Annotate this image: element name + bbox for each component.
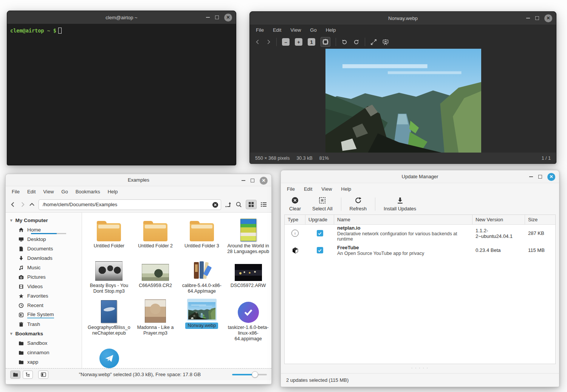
list-view-icon[interactable]: [260, 202, 267, 207]
sidebar-item-xapp[interactable]: xapp: [6, 357, 82, 367]
file-item[interactable]: calibre-5.44.0-x86-64.AppImage: [179, 260, 225, 294]
upgrade-checkbox[interactable]: [317, 247, 323, 253]
menu-edit[interactable]: Edit: [27, 189, 36, 194]
sidebar-item-desktop[interactable]: Desktop: [6, 235, 82, 244]
rotate-left-icon[interactable]: [341, 39, 348, 45]
file-item[interactable]: Beasty Boys - You Dont Stop.mp3: [86, 260, 132, 294]
column-name[interactable]: Name: [334, 215, 472, 224]
update-row-netplan[interactable]: ↑ netplan.io Declarative network configu…: [285, 225, 555, 242]
sidebar-item-downloads[interactable]: Downloads: [6, 253, 82, 263]
expander-icon[interactable]: ▾: [10, 218, 12, 223]
file-item-selected[interactable]: Norway.webp: [179, 299, 225, 342]
close-button[interactable]: ✕: [260, 177, 268, 185]
zoom-slider-knob[interactable]: [252, 371, 258, 378]
sidebar-item-cinnamon[interactable]: cinnamon: [6, 348, 82, 357]
sidebar-section-my-computer[interactable]: ▾ My Computer: [6, 216, 82, 225]
menu-help[interactable]: Help: [341, 186, 351, 192]
clear-button[interactable]: Clear: [285, 196, 305, 212]
sidebar-item-videos[interactable]: Videos: [6, 282, 82, 291]
zoom-slider[interactable]: [232, 374, 267, 375]
viewer-titlebar[interactable]: Norway.webp ✕: [250, 12, 556, 25]
terminal-titlebar[interactable]: clem@airtop ~ ✕: [7, 11, 236, 24]
minimize-button[interactable]: [529, 176, 533, 177]
minimize-button[interactable]: [526, 18, 530, 19]
sidebar-item-sandbox[interactable]: Sandbox: [6, 338, 82, 348]
update-row-freetube[interactable]: FreeTube An Open Source YouTube app for …: [285, 242, 555, 259]
maximize-button[interactable]: [251, 179, 254, 182]
up-icon[interactable]: [29, 202, 35, 207]
sidebar-item-trash[interactable]: Trash: [6, 319, 82, 329]
column-upgrade[interactable]: Upgrade: [305, 215, 334, 224]
zoom-out-icon[interactable]: –: [282, 38, 290, 46]
sidebar-item-pictures[interactable]: Pictures: [6, 272, 82, 282]
select-all-button[interactable]: Select All: [308, 196, 337, 212]
sidebar-item-favorites[interactable]: Favorites: [6, 291, 82, 301]
column-new-version[interactable]: New Version: [472, 215, 525, 224]
minimize-button[interactable]: [206, 17, 210, 18]
upgrade-checkbox[interactable]: [317, 230, 323, 236]
menu-view[interactable]: View: [43, 189, 54, 194]
install-updates-button[interactable]: Install Updates: [379, 196, 421, 212]
close-button[interactable]: ✕: [547, 173, 555, 181]
file-item[interactable]: GeographyofBliss_oneChapter.epub: [86, 299, 132, 342]
column-size[interactable]: Size: [525, 215, 555, 224]
sidebar-item-file-system[interactable]: File System: [6, 310, 82, 319]
files-titlebar[interactable]: Examples ✕: [6, 174, 271, 186]
maximize-button[interactable]: [535, 16, 539, 20]
pane-resize-handle[interactable]: · · · · ·: [281, 366, 559, 370]
menu-bookmarks[interactable]: Bookmarks: [76, 189, 100, 194]
file-item[interactable]: Untitled Folder: [86, 218, 132, 255]
previous-image-icon[interactable]: [255, 39, 260, 45]
menu-view[interactable]: View: [321, 186, 332, 192]
file-item[interactable]: Around the World in 28 Languages.epub: [225, 218, 271, 255]
menu-help[interactable]: Help: [326, 27, 336, 33]
file-item[interactable]: Untitled Folder 3: [179, 218, 225, 255]
maximize-button[interactable]: [215, 15, 219, 19]
clear-entry-icon[interactable]: [212, 202, 218, 208]
minimize-button[interactable]: [242, 180, 245, 181]
hide-sidebar-button[interactable]: [38, 370, 48, 379]
column-type[interactable]: Type: [285, 215, 305, 224]
refresh-button[interactable]: Refresh: [345, 196, 372, 212]
location-entry[interactable]: [39, 199, 221, 210]
menu-file[interactable]: File: [256, 27, 264, 33]
menu-file[interactable]: File: [12, 189, 20, 194]
file-item[interactable]: taskizer-1.6.0-beta-linux-x86-64.appimag…: [225, 299, 271, 342]
close-button[interactable]: ✕: [224, 14, 232, 22]
grid-view-button[interactable]: [246, 200, 257, 209]
file-item[interactable]: DSC05972.ARW: [225, 260, 271, 294]
menu-view[interactable]: View: [290, 27, 301, 33]
menu-edit[interactable]: Edit: [273, 27, 281, 33]
maximize-button[interactable]: [538, 175, 542, 179]
terminal-screen[interactable]: clem@airtop ~ $: [7, 24, 236, 165]
slideshow-icon[interactable]: [382, 39, 389, 45]
file-item[interactable]: Untitled Folder 2: [132, 218, 179, 255]
fullscreen-icon[interactable]: [370, 39, 377, 45]
back-icon[interactable]: [10, 202, 16, 207]
menu-help[interactable]: Help: [108, 189, 118, 194]
sidebar-item-recent[interactable]: Recent: [6, 301, 82, 310]
expander-icon[interactable]: ▾: [10, 331, 12, 336]
files-content[interactable]: Untitled Folder Untitled Folder 2 Untitl…: [82, 213, 271, 380]
menu-go[interactable]: Go: [310, 27, 316, 33]
sidebar-item-documents[interactable]: Documents: [6, 244, 82, 253]
close-button[interactable]: ✕: [544, 14, 552, 22]
rotate-right-icon[interactable]: [353, 39, 359, 45]
menu-go[interactable]: Go: [61, 189, 68, 194]
menu-edit[interactable]: Edit: [304, 186, 312, 192]
sidebar-item-music[interactable]: Music: [6, 263, 82, 272]
search-icon[interactable]: [235, 201, 242, 208]
menu-file[interactable]: File: [287, 186, 295, 192]
updates-titlebar[interactable]: Update Manager ✕: [281, 170, 559, 183]
file-item[interactable]: C66A5959.CR2: [132, 260, 179, 294]
sidebar-section-bookmarks[interactable]: ▾ Bookmarks: [6, 329, 82, 338]
next-image-icon[interactable]: [266, 39, 271, 45]
forward-icon[interactable]: [20, 202, 25, 207]
show-treeview-button[interactable]: [23, 370, 33, 379]
viewer-canvas[interactable]: [250, 49, 556, 153]
zoom-normal-icon[interactable]: 1: [308, 38, 315, 46]
sidebar-item-home[interactable]: Home: [6, 225, 82, 235]
toggle-location-entry-icon[interactable]: [225, 202, 232, 208]
show-places-button[interactable]: [10, 370, 20, 379]
zoom-in-icon[interactable]: +: [295, 38, 302, 46]
